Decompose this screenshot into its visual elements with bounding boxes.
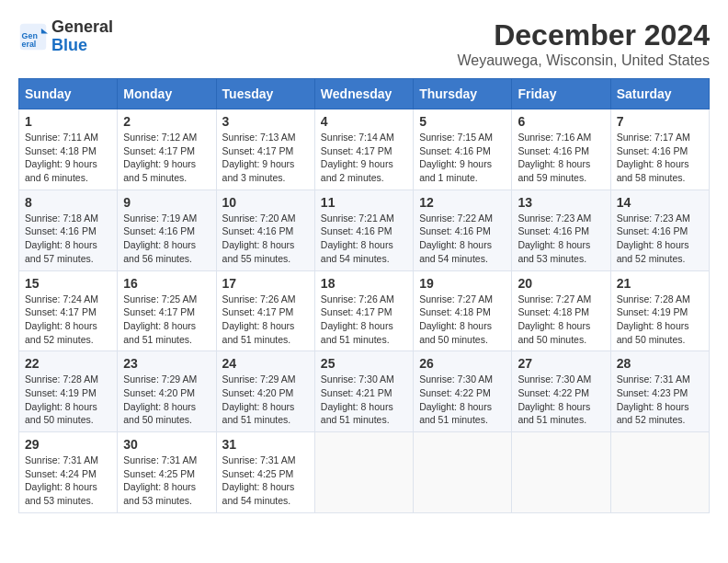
calendar-body: 1Sunrise: 7:11 AMSunset: 4:18 PMDaylight… <box>19 109 710 513</box>
calendar-cell: 14Sunrise: 7:23 AMSunset: 4:16 PMDayligh… <box>610 190 709 270</box>
day-number: 16 <box>123 276 210 291</box>
logo-general: General <box>51 17 113 36</box>
day-info: Sunrise: 7:20 AMSunset: 4:16 PMDaylight:… <box>222 212 309 266</box>
calendar-cell: 17Sunrise: 7:26 AMSunset: 4:17 PMDayligh… <box>216 270 314 351</box>
calendar-cell: 12Sunrise: 7:22 AMSunset: 4:16 PMDayligh… <box>414 190 512 270</box>
day-number: 31 <box>222 437 309 452</box>
header-wednesday: Wednesday <box>314 79 413 109</box>
day-number: 22 <box>25 356 111 371</box>
day-number: 24 <box>222 356 309 371</box>
calendar-cell: 29Sunrise: 7:31 AMSunset: 4:24 PMDayligh… <box>19 432 118 513</box>
day-info: Sunrise: 7:28 AMSunset: 4:19 PMDaylight:… <box>617 293 703 347</box>
header-tuesday: Tuesday <box>216 79 314 109</box>
calendar-cell: 15Sunrise: 7:24 AMSunset: 4:17 PMDayligh… <box>19 270 118 351</box>
week-row-1: 1Sunrise: 7:11 AMSunset: 4:18 PMDaylight… <box>19 109 710 190</box>
day-number: 10 <box>222 195 309 210</box>
day-number: 3 <box>222 114 309 129</box>
day-info: Sunrise: 7:29 AMSunset: 4:20 PMDaylight:… <box>222 373 309 427</box>
calendar-cell: 25Sunrise: 7:30 AMSunset: 4:21 PMDayligh… <box>314 351 413 432</box>
week-row-5: 29Sunrise: 7:31 AMSunset: 4:24 PMDayligh… <box>19 432 710 513</box>
calendar-cell: 2Sunrise: 7:12 AMSunset: 4:17 PMDaylight… <box>118 109 216 190</box>
header-thursday: Thursday <box>414 79 512 109</box>
calendar-cell: 30Sunrise: 7:31 AMSunset: 4:25 PMDayligh… <box>118 432 216 513</box>
day-number: 17 <box>222 276 309 291</box>
calendar-cell: 11Sunrise: 7:21 AMSunset: 4:16 PMDayligh… <box>314 190 413 270</box>
day-number: 14 <box>617 195 703 210</box>
day-info: Sunrise: 7:22 AMSunset: 4:16 PMDaylight:… <box>419 212 506 266</box>
day-info: Sunrise: 7:26 AMSunset: 4:17 PMDaylight:… <box>222 293 309 347</box>
month-title: December 2024 <box>458 18 711 52</box>
day-info: Sunrise: 7:23 AMSunset: 4:16 PMDaylight:… <box>518 212 604 266</box>
day-number: 11 <box>321 195 407 210</box>
week-row-3: 15Sunrise: 7:24 AMSunset: 4:17 PMDayligh… <box>19 270 710 351</box>
calendar-cell: 5Sunrise: 7:15 AMSunset: 4:16 PMDaylight… <box>414 109 512 190</box>
calendar-cell: 27Sunrise: 7:30 AMSunset: 4:22 PMDayligh… <box>512 351 610 432</box>
header-monday: Monday <box>118 79 216 109</box>
calendar-cell <box>314 432 413 513</box>
calendar-cell: 20Sunrise: 7:27 AMSunset: 4:18 PMDayligh… <box>512 270 610 351</box>
day-info: Sunrise: 7:13 AMSunset: 4:17 PMDaylight:… <box>222 131 309 185</box>
day-info: Sunrise: 7:31 AMSunset: 4:24 PMDaylight:… <box>25 454 111 508</box>
day-info: Sunrise: 7:11 AMSunset: 4:18 PMDaylight:… <box>25 131 111 185</box>
calendar-cell: 16Sunrise: 7:25 AMSunset: 4:17 PMDayligh… <box>118 270 216 351</box>
calendar-cell <box>414 432 512 513</box>
day-number: 18 <box>321 276 407 291</box>
calendar-cell: 18Sunrise: 7:26 AMSunset: 4:17 PMDayligh… <box>314 270 413 351</box>
day-info: Sunrise: 7:27 AMSunset: 4:18 PMDaylight:… <box>419 293 506 347</box>
calendar-cell: 31Sunrise: 7:31 AMSunset: 4:25 PMDayligh… <box>216 432 314 513</box>
day-info: Sunrise: 7:31 AMSunset: 4:25 PMDaylight:… <box>222 454 309 508</box>
svg-text:eral: eral <box>22 39 37 48</box>
page-header: Gen eral General Blue December 2024 Weya… <box>18 18 710 69</box>
day-number: 6 <box>518 114 604 129</box>
day-info: Sunrise: 7:31 AMSunset: 4:23 PMDaylight:… <box>617 373 703 427</box>
location: Weyauwega, Wisconsin, United States <box>458 52 711 69</box>
header-sunday: Sunday <box>19 79 118 109</box>
calendar-table: SundayMondayTuesdayWednesdayThursdayFrid… <box>18 78 710 513</box>
calendar-cell: 19Sunrise: 7:27 AMSunset: 4:18 PMDayligh… <box>414 270 512 351</box>
day-info: Sunrise: 7:14 AMSunset: 4:17 PMDaylight:… <box>321 131 407 185</box>
day-number: 2 <box>123 114 210 129</box>
day-number: 26 <box>419 356 506 371</box>
day-number: 20 <box>518 276 604 291</box>
day-number: 28 <box>617 356 703 371</box>
logo: Gen eral General Blue <box>18 18 113 55</box>
day-info: Sunrise: 7:15 AMSunset: 4:16 PMDaylight:… <box>419 131 506 185</box>
day-info: Sunrise: 7:26 AMSunset: 4:17 PMDaylight:… <box>321 293 407 347</box>
week-row-4: 22Sunrise: 7:28 AMSunset: 4:19 PMDayligh… <box>19 351 710 432</box>
day-number: 12 <box>419 195 506 210</box>
day-number: 9 <box>123 195 210 210</box>
calendar-cell: 28Sunrise: 7:31 AMSunset: 4:23 PMDayligh… <box>610 351 709 432</box>
calendar-cell: 23Sunrise: 7:29 AMSunset: 4:20 PMDayligh… <box>118 351 216 432</box>
day-info: Sunrise: 7:21 AMSunset: 4:16 PMDaylight:… <box>321 212 407 266</box>
day-number: 19 <box>419 276 506 291</box>
day-info: Sunrise: 7:30 AMSunset: 4:21 PMDaylight:… <box>321 373 407 427</box>
calendar-cell: 24Sunrise: 7:29 AMSunset: 4:20 PMDayligh… <box>216 351 314 432</box>
calendar-cell: 22Sunrise: 7:28 AMSunset: 4:19 PMDayligh… <box>19 351 118 432</box>
title-block: December 2024 Weyauwega, Wisconsin, Unit… <box>458 18 711 69</box>
day-info: Sunrise: 7:17 AMSunset: 4:16 PMDaylight:… <box>617 131 703 185</box>
calendar-cell: 1Sunrise: 7:11 AMSunset: 4:18 PMDaylight… <box>19 109 118 190</box>
calendar-cell: 7Sunrise: 7:17 AMSunset: 4:16 PMDaylight… <box>610 109 709 190</box>
header-saturday: Saturday <box>610 79 709 109</box>
day-info: Sunrise: 7:19 AMSunset: 4:16 PMDaylight:… <box>123 212 210 266</box>
day-info: Sunrise: 7:30 AMSunset: 4:22 PMDaylight:… <box>419 373 506 427</box>
day-info: Sunrise: 7:24 AMSunset: 4:17 PMDaylight:… <box>25 293 111 347</box>
week-row-2: 8Sunrise: 7:18 AMSunset: 4:16 PMDaylight… <box>19 190 710 270</box>
calendar-cell: 10Sunrise: 7:20 AMSunset: 4:16 PMDayligh… <box>216 190 314 270</box>
day-number: 8 <box>25 195 111 210</box>
calendar-cell: 21Sunrise: 7:28 AMSunset: 4:19 PMDayligh… <box>610 270 709 351</box>
day-number: 29 <box>25 437 111 452</box>
day-info: Sunrise: 7:28 AMSunset: 4:19 PMDaylight:… <box>25 373 111 427</box>
day-info: Sunrise: 7:12 AMSunset: 4:17 PMDaylight:… <box>123 131 210 185</box>
calendar-cell: 26Sunrise: 7:30 AMSunset: 4:22 PMDayligh… <box>414 351 512 432</box>
calendar-cell: 13Sunrise: 7:23 AMSunset: 4:16 PMDayligh… <box>512 190 610 270</box>
calendar-cell: 6Sunrise: 7:16 AMSunset: 4:16 PMDaylight… <box>512 109 610 190</box>
calendar-cell: 9Sunrise: 7:19 AMSunset: 4:16 PMDaylight… <box>118 190 216 270</box>
day-info: Sunrise: 7:27 AMSunset: 4:18 PMDaylight:… <box>518 293 604 347</box>
calendar-cell <box>512 432 610 513</box>
day-number: 7 <box>617 114 703 129</box>
header-row: SundayMondayTuesdayWednesdayThursdayFrid… <box>19 79 710 109</box>
day-number: 15 <box>25 276 111 291</box>
day-number: 25 <box>321 356 407 371</box>
day-number: 5 <box>419 114 506 129</box>
